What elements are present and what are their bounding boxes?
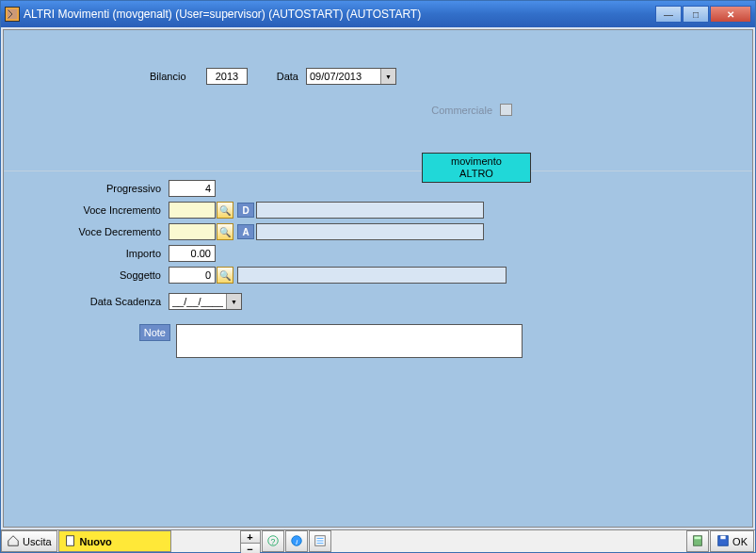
voce-decremento-badge: A [237, 224, 254, 239]
svg-rect-10 [720, 535, 725, 539]
commerciale-label: Commerciale [431, 105, 492, 116]
help-icon: ? [266, 534, 280, 549]
note-textarea[interactable] [176, 324, 523, 358]
calculator-icon [691, 534, 704, 549]
data-label: Data [268, 71, 306, 82]
voce-decremento-desc[interactable] [256, 223, 484, 240]
voce-incremento-code[interactable] [169, 202, 216, 219]
nuovo-button[interactable]: Nuovo [58, 530, 171, 552]
svg-text:i: i [296, 537, 298, 545]
status-badge: movimento ALTRO [422, 153, 531, 183]
plus-button[interactable]: + [241, 531, 260, 544]
commerciale-checkbox[interactable] [500, 104, 512, 116]
status-line1: movimento [451, 155, 502, 168]
save-icon [716, 534, 730, 549]
app-window: ALTRI Movimenti (movgenalt) (User=superv… [0, 0, 756, 553]
chevron-down-icon[interactable]: ▼ [380, 69, 395, 84]
note-label: Note [139, 324, 170, 341]
data-scadenza-label: Data Scadenza [70, 296, 169, 307]
help-button[interactable]: ? [262, 530, 284, 552]
data-scadenza-input[interactable] [169, 294, 226, 309]
ok-label: OK [732, 536, 748, 547]
soggetto-desc[interactable] [237, 267, 507, 284]
svg-text:?: ? [270, 536, 275, 545]
search-icon: 🔍 [219, 270, 231, 281]
titlebar-text: ALTRI Movimenti (movgenalt) (User=superv… [24, 8, 654, 21]
bottom-toolbar: Uscita Nuovo + − ? i [1, 529, 755, 552]
bilancio-input[interactable] [206, 68, 248, 85]
progressivo-input[interactable] [169, 180, 216, 197]
header-section: Bilancio Data ▼ Commerciale [4, 30, 752, 125]
voce-incremento-desc[interactable] [256, 202, 484, 219]
window-controls: — □ ✕ [654, 6, 751, 23]
voce-decremento-lookup[interactable]: 🔍 [217, 223, 233, 240]
uscita-label: Uscita [23, 536, 52, 547]
importo-label: Importo [70, 248, 169, 259]
info-button[interactable]: i [285, 530, 308, 552]
voce-incremento-badge: D [237, 203, 254, 218]
checklist-button[interactable] [309, 530, 331, 552]
data-date-input[interactable] [307, 69, 380, 84]
progressivo-label: Progressivo [70, 183, 169, 194]
minimize-button[interactable]: — [655, 6, 682, 23]
app-icon [5, 7, 20, 22]
ok-button[interactable]: OK [710, 530, 754, 552]
data-scadenza-picker[interactable]: ▼ [169, 293, 242, 310]
uscita-button[interactable]: Uscita [1, 530, 57, 552]
titlebar: ALTRI Movimenti (movgenalt) (User=superv… [1, 1, 755, 27]
status-line2: ALTRO [459, 168, 493, 180]
search-icon: 🔍 [219, 205, 231, 216]
voce-decremento-code[interactable] [169, 223, 216, 240]
bilancio-label: Bilancio [150, 71, 206, 82]
search-icon: 🔍 [219, 227, 231, 237]
maximize-button[interactable]: □ [683, 6, 709, 23]
close-button[interactable]: ✕ [710, 6, 751, 23]
content-area: Bilancio Data ▼ Commerciale movimento AL… [3, 29, 753, 528]
soggetto-input[interactable] [169, 267, 216, 284]
calculator-button[interactable] [686, 530, 709, 552]
chevron-down-icon[interactable]: ▼ [226, 294, 241, 309]
svg-rect-8 [695, 536, 701, 539]
list-icon [314, 534, 327, 549]
info-icon: i [290, 534, 303, 549]
nuovo-label: Nuovo [80, 536, 112, 547]
data-date-picker[interactable]: ▼ [306, 68, 396, 85]
new-icon [64, 534, 77, 549]
soggetto-lookup[interactable]: 🔍 [217, 267, 233, 284]
voce-incremento-lookup[interactable]: 🔍 [217, 202, 233, 219]
form-section: Progressivo Voce Incremento 🔍 D Voce Dec… [4, 171, 752, 366]
importo-input[interactable] [169, 245, 216, 262]
soggetto-label: Soggetto [70, 269, 169, 281]
plusminus-stepper[interactable]: + − [240, 530, 261, 552]
home-icon [7, 534, 20, 549]
minus-button[interactable]: − [241, 544, 260, 553]
voce-decremento-label: Voce Decremento [70, 226, 169, 237]
svg-rect-1 [66, 535, 73, 545]
voce-incremento-label: Voce Incremento [70, 204, 169, 216]
